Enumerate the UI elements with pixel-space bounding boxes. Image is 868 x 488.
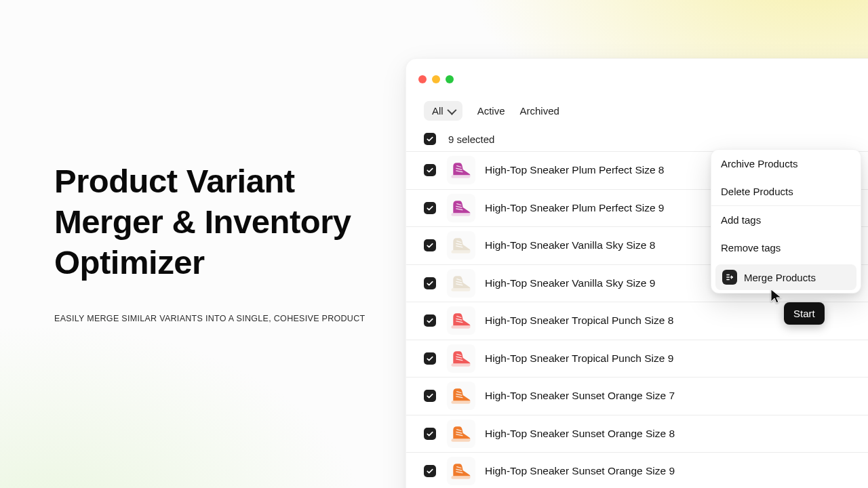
product-name: High-Top Sneaker Tropical Punch Size 9 [485, 352, 673, 365]
sneaker-icon [449, 271, 473, 296]
marketing-panel: Product Variant Merger & Inventory Optim… [54, 161, 380, 323]
row-checkbox[interactable] [424, 428, 436, 440]
check-icon [426, 135, 434, 143]
sneaker-icon [449, 308, 473, 333]
sneaker-icon [449, 196, 473, 220]
page-title: Product Variant Merger & Inventory Optim… [54, 161, 380, 283]
menu-item-merge-products[interactable]: Merge Products [715, 264, 856, 290]
product-thumbnail [447, 344, 475, 373]
tab-archived[interactable]: Archived [520, 105, 559, 117]
row-checkbox[interactable] [424, 352, 436, 365]
check-icon [426, 467, 434, 475]
check-icon [426, 392, 434, 400]
tab-all[interactable]: All [424, 101, 462, 121]
check-icon [426, 430, 434, 438]
window-controls [418, 75, 454, 83]
product-thumbnail [447, 382, 475, 410]
sneaker-icon [449, 384, 473, 408]
page-subtitle: EASILY MERGE SIMILAR VARIANTS INTO A SIN… [54, 314, 380, 323]
tab-active[interactable]: Active [477, 105, 505, 117]
row-checkbox[interactable] [424, 202, 436, 214]
product-thumbnail [447, 194, 475, 222]
sneaker-icon [449, 459, 473, 483]
chevron-down-icon [447, 105, 456, 115]
check-icon [426, 166, 434, 174]
product-name: High-Top Sneaker Sunset Orange Size 8 [485, 428, 675, 440]
product-thumbnail [447, 457, 475, 485]
close-window-button[interactable] [418, 75, 427, 83]
product-thumbnail [447, 420, 475, 448]
minimize-window-button[interactable] [432, 75, 440, 83]
selection-count-label: 9 selected [448, 134, 494, 145]
maximize-window-button[interactable] [446, 75, 454, 83]
table-row[interactable]: High-Top Sneaker Sunset Orange Size 9Hig… [406, 453, 868, 488]
menu-item-archive[interactable]: Archive Products [711, 150, 861, 178]
filter-tabs: All Active Archived [424, 101, 559, 121]
sneaker-icon [449, 158, 473, 182]
check-icon [426, 204, 434, 212]
menu-item-merge-label: Merge Products [744, 272, 816, 283]
check-icon [426, 354, 434, 363]
menu-item-delete[interactable]: Delete Products [711, 178, 861, 205]
product-name: High-Top Sneaker Sunset Orange Size 7 [485, 390, 675, 402]
start-tooltip: Start [784, 302, 825, 325]
product-name: High-Top Sneaker Sunset Orange Size 9 [485, 465, 675, 477]
tab-all-label: All [432, 105, 443, 117]
product-name: High-Top Sneaker Vanilla Sky Size 8 [485, 239, 655, 251]
product-name: High-Top Sneaker Vanilla Sky Size 9 [485, 277, 655, 289]
check-icon [426, 279, 434, 287]
bulk-actions-menu: Archive Products Delete Products Add tag… [711, 149, 861, 293]
product-thumbnail [447, 156, 475, 184]
merge-icon [722, 270, 737, 285]
check-icon [426, 317, 434, 325]
select-all-checkbox[interactable] [424, 133, 436, 145]
row-checkbox[interactable] [424, 277, 436, 289]
row-checkbox[interactable] [424, 390, 436, 402]
product-thumbnail [447, 269, 475, 298]
sneaker-icon [449, 233, 473, 258]
row-checkbox[interactable] [424, 465, 436, 477]
selection-bar: 9 selected [406, 127, 868, 151]
product-name: High-Top Sneaker Plum Perfect Size 9 [485, 202, 664, 214]
row-checkbox[interactable] [424, 239, 436, 251]
row-checkbox[interactable] [424, 314, 436, 327]
menu-item-remove-tags[interactable]: Remove tags [711, 234, 861, 262]
product-name: High-Top Sneaker Plum Perfect Size 8 [485, 164, 664, 176]
table-row[interactable]: High-Top Sneaker Sunset Orange Size 7Hig… [406, 378, 868, 415]
menu-item-add-tags[interactable]: Add tags [711, 206, 861, 234]
table-row[interactable]: High-Top Sneaker Tropical Punch Size 9Hi… [406, 340, 868, 378]
table-row[interactable]: High-Top Sneaker Sunset Orange Size 8Hig… [406, 415, 868, 453]
product-name: High-Top Sneaker Tropical Punch Size 8 [485, 314, 673, 327]
product-thumbnail [447, 231, 475, 260]
row-checkbox[interactable] [424, 164, 436, 176]
sneaker-icon [449, 346, 473, 371]
check-icon [426, 241, 434, 249]
product-thumbnail [447, 306, 475, 335]
sneaker-icon [449, 422, 473, 446]
